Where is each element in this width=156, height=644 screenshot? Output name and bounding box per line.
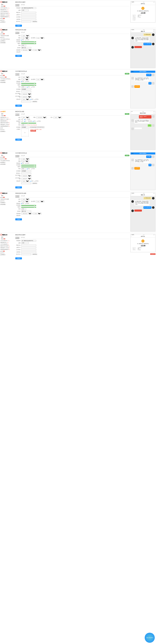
select-sig[interactable]: 80% [36, 201, 44, 202]
tab[interactable]: 账单信息 [21, 236, 25, 239]
input-time[interactable] [21, 168, 26, 170]
nav-home[interactable]: ⌂首页 [1, 236, 14, 238]
slider-power[interactable] [21, 42, 36, 42]
select-type2[interactable]: 好友 [33, 49, 42, 51]
nav-wechat[interactable]: ✓微信New [1, 115, 14, 116]
nav-item[interactable]: 微信转账个人红包热 [1, 247, 14, 249]
tab-appearance[interactable]: 外观选择 [15, 113, 19, 115]
input-method[interactable] [21, 247, 36, 248]
select-net[interactable]: 中国移动 [36, 117, 47, 118]
input-order[interactable] [21, 21, 31, 22]
input-name[interactable] [21, 127, 29, 128]
input-order[interactable] [21, 254, 31, 255]
btn-generate[interactable]: 生成图片 [15, 139, 22, 141]
input-name[interactable] [21, 89, 31, 90]
nav-item[interactable]: 微信零钱明细账单热 [1, 249, 14, 250]
nav-item[interactable]: 微信转账个人红包热 [1, 124, 14, 125]
select-signal[interactable]: 80% [36, 37, 44, 39]
nav-alipay[interactable]: ◆支付宝 [1, 129, 14, 131]
nav-item[interactable]: 支付宝转账成功热 [1, 243, 14, 245]
select-tone[interactable]: 文本 [21, 99, 30, 100]
nav-alipay[interactable]: ◆支付宝New [1, 76, 14, 78]
btn-add-field[interactable]: 添加字段 [32, 21, 37, 22]
tab-chat[interactable]: 对话设置 [21, 31, 25, 34]
select-tone[interactable]: 文本 [21, 180, 30, 182]
select-avatar[interactable]: 本地图片 [21, 178, 32, 179]
btn-generate[interactable]: 生成图片 [15, 186, 22, 188]
input-status[interactable] [21, 12, 36, 13]
tab-bill-info[interactable]: 账单信息 [21, 4, 25, 6]
nav-bank[interactable]: ◆网商银行 [1, 131, 14, 132]
select-device[interactable]: 苹果 [21, 117, 30, 118]
tab-appearance[interactable]: 外观选择 [15, 155, 19, 157]
nav-item[interactable]: 微信转账详情！热 [1, 242, 14, 243]
select-self-avatar[interactable]: 本地图片 [21, 93, 32, 95]
nav-item-4[interactable]: 微信扫码付款账单热 [1, 12, 14, 14]
slider[interactable] [21, 167, 36, 167]
btn-add-msg[interactable]: 添加字段 [32, 101, 37, 102]
upload-box[interactable]: + [21, 129, 29, 136]
nav-wechat[interactable]: ✓微信New [1, 5, 14, 7]
nav-item[interactable]: 微信零钱明细账单热 [1, 125, 14, 127]
nav-home[interactable]: ⌂首页 [1, 154, 14, 156]
nav-bank[interactable]: ◆网商银行 [1, 162, 14, 163]
select-type[interactable]: 手机QQ群 [21, 49, 32, 51]
nav-alipay[interactable]: ◆支付宝 [1, 200, 14, 202]
nav-alipay-chat[interactable]: 支付宝聊天对话生成 [1, 38, 14, 40]
nav-home[interactable]: ⌂首页 [1, 113, 14, 115]
nav-qq[interactable]: ◆QQNew [1, 33, 14, 35]
nav-item[interactable]: 微信扫码付款账单热 [1, 245, 14, 247]
input-amount[interactable] [21, 10, 29, 11]
nav-alipay-chat[interactable]: 支付宝聊天对话生成 [1, 160, 14, 162]
select-device[interactable]: 苹果 [21, 76, 30, 78]
nav-wechat-ss[interactable]: ◆微信截图 [1, 42, 14, 44]
nav-qq[interactable]: ◆QQNew [1, 250, 14, 252]
input-time[interactable] [21, 124, 26, 126]
input-theme[interactable] [21, 7, 36, 9]
nav-alipay-chat[interactable]: 支付宝聊天对话生成热 [1, 78, 14, 80]
slider[interactable] [21, 165, 36, 166]
input-time[interactable] [21, 86, 26, 88]
tab-appearance[interactable]: 外观选择 [15, 73, 19, 75]
slider[interactable] [21, 207, 36, 208]
nav-qq[interactable]: ◆QQNew [1, 196, 14, 198]
tab[interactable]: 外观选择 [15, 195, 19, 197]
nav-qq[interactable]: ◆QQNew [1, 74, 14, 76]
slider-pct[interactable] [21, 85, 36, 86]
nav-item-1[interactable]: 支付宝转账详情！热 [1, 7, 14, 9]
tab-appearance[interactable]: 外观选择 [15, 31, 19, 34]
select-signal[interactable]: 80% [36, 79, 44, 80]
input-paytime[interactable] [21, 16, 36, 18]
nav-item-5[interactable]: 微信转账个人红包热 [1, 14, 14, 16]
btn-add[interactable]: 添加字段 [32, 254, 37, 255]
input-msg[interactable] [21, 183, 31, 184]
btn-generate[interactable]: 生成图片 [15, 25, 22, 27]
nav-home[interactable]: ⌂首页 [1, 73, 14, 74]
btn-confirm[interactable]: 确认修改 [30, 130, 36, 132]
input-theme[interactable] [21, 240, 36, 242]
input-time[interactable] [21, 249, 36, 251]
select-device[interactable]: 苹果 [21, 158, 30, 160]
select-device[interactable]: 苹果 [21, 198, 30, 200]
input-time[interactable] [21, 208, 26, 210]
nav-bank[interactable]: ◆网商银行 [1, 80, 14, 82]
select-avatar[interactable]: 本地图片 [21, 175, 32, 177]
nav-item[interactable]: 微信转账成功热 [1, 120, 14, 122]
input-chat[interactable] [21, 173, 31, 174]
btn-generate[interactable]: 生成图片 [15, 257, 22, 259]
nav-wechat-ss[interactable]: ◆微信截图 [1, 82, 14, 83]
nav-home[interactable]: ⌂首页 [1, 4, 14, 5]
nav-home[interactable]: ⌂首页 [1, 195, 14, 196]
select-type[interactable]: 手机QQ群 [21, 213, 32, 214]
tab-chat[interactable]: 对话设置 [21, 155, 25, 157]
tab-chat[interactable]: 对话设置 [21, 113, 25, 115]
input-name-hint[interactable] [29, 127, 45, 128]
input-time[interactable] [21, 45, 26, 46]
input-name[interactable] [21, 211, 31, 212]
select-net[interactable]: Wifi [21, 79, 29, 80]
tab-appearance[interactable]: 外观选择 [15, 4, 19, 6]
nav-qq-gen[interactable]: 在线QQ对话生成器 [1, 35, 14, 36]
nav-item-2[interactable]: 微信转账详情！热 [1, 9, 14, 11]
input-status[interactable] [21, 245, 36, 246]
select-sig[interactable]: 80% [53, 117, 62, 118]
